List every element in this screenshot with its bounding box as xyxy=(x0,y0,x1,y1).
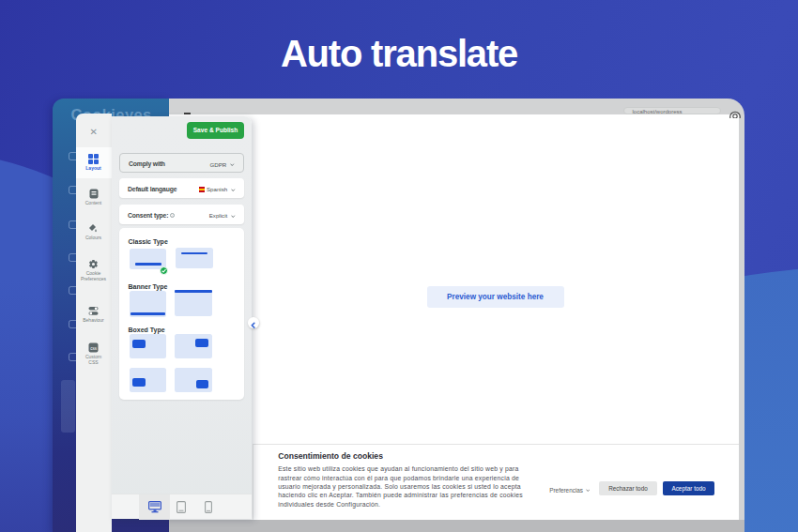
svg-text:css: css xyxy=(90,346,98,351)
